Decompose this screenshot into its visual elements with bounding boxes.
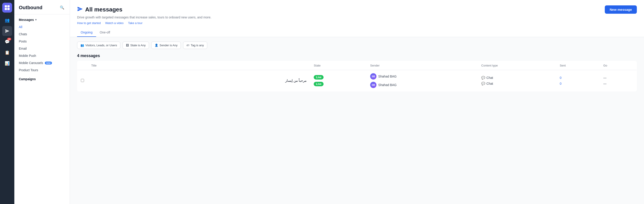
go-multi-row: — — <box>603 76 633 85</box>
articles-icon[interactable]: 📋 <box>2 48 12 57</box>
nav-messages-section[interactable]: Messages ▾ <box>14 14 70 23</box>
row-checkbox[interactable] <box>81 79 84 82</box>
filter-state-button[interactable]: 🖼 State is Any <box>122 42 149 49</box>
table-header: Title State Sender Content type Sent Go <box>77 61 637 70</box>
state-badge-b: Live <box>314 82 324 86</box>
content-type-a: Chat <box>486 76 493 79</box>
page-title: All messages <box>77 6 122 13</box>
filters-section: 👥 Visitors, Leads, or Users 🖼 State is A… <box>70 37 644 53</box>
sent-row-a: 0 <box>560 76 596 79</box>
tabs-bar: Ongoing One-off <box>77 28 637 37</box>
col-checkbox <box>77 61 88 70</box>
chevron-down-icon: ▾ <box>35 18 36 21</box>
filter-tag-button[interactable]: 🏷 Tag is any <box>183 42 207 49</box>
state-row-b: Live <box>314 82 363 86</box>
sender-name-a: Shahad BAG <box>378 75 396 78</box>
sent-count-b: 0 <box>560 82 562 85</box>
sender-row-b: SB Shahad BAG <box>370 82 474 88</box>
message-title-arabic: مرحباً من إيسار <box>91 79 306 83</box>
chat-icon-a: 💬 <box>481 76 485 79</box>
avatar-b: SB <box>370 82 376 88</box>
messages-section-label: Messages <box>19 18 34 22</box>
filter-audience-button[interactable]: 👥 Visitors, Leads, or Users <box>77 42 120 49</box>
content-type-row-b: 💬 Chat <box>481 82 552 85</box>
state-icon: 🖼 <box>126 44 129 47</box>
content-type-row-a: 💬 Chat <box>481 76 552 79</box>
sidebar-icons-column: 👥 💬 15 📋 📊 <box>0 0 14 204</box>
go-row-b[interactable]: — <box>603 82 633 85</box>
svg-rect-1 <box>8 5 10 8</box>
send-icon <box>77 6 83 13</box>
new-badge: new <box>45 62 52 64</box>
col-title: Title <box>88 61 310 70</box>
tab-ongoing[interactable]: Ongoing <box>77 28 96 37</box>
tab-one-off[interactable]: One-off <box>96 28 114 37</box>
nav-title: Outbound <box>19 5 42 11</box>
main-header: All messages New message Drive growth wi… <box>70 0 644 37</box>
campaigns-section: Campaigns <box>14 74 70 83</box>
row-content-type-cell: 💬 Chat 💬 Chat <box>478 70 556 91</box>
table-row: مرحباً من إيسار Live Live <box>77 70 637 91</box>
row-sender-cell: SB Shahad BAG SB Shahad BAG <box>366 70 478 91</box>
audience-icon: 👥 <box>80 44 84 47</box>
take-a-tour-link[interactable]: Take a tour <box>128 21 142 25</box>
state-row-a: Live <box>314 75 363 79</box>
inbox-badge: 15 <box>7 38 11 40</box>
reports-icon[interactable]: 📊 <box>2 58 12 68</box>
svg-rect-3 <box>8 8 10 10</box>
sent-multi-row: 0 0 <box>560 76 596 85</box>
sidebar-item-mobile-carousels[interactable]: Mobile Carousels new <box>14 59 70 66</box>
filters-row: 👥 Visitors, Leads, or Users 🖼 State is A… <box>77 42 637 49</box>
new-message-button[interactable]: New message <box>605 6 637 14</box>
how-to-get-started-link[interactable]: How to get started <box>77 21 101 25</box>
col-content-type: Content type <box>478 61 556 70</box>
row-sent-cell: 0 0 <box>556 70 600 91</box>
header-top-row: All messages New message <box>77 6 637 14</box>
sidebar-item-all[interactable]: All <box>14 23 70 31</box>
row-title-cell: مرحباً من إيسار <box>88 70 310 91</box>
messages-count: 4 messages <box>70 53 644 61</box>
page-description: Drive growth with targeted messages that… <box>77 16 637 19</box>
sender-multi-row: SB Shahad BAG SB Shahad BAG <box>370 73 474 88</box>
sender-name-b: Shahad BAG <box>378 83 396 87</box>
row-go-cell: — — <box>600 70 636 91</box>
svg-rect-0 <box>5 5 7 8</box>
chat-icon-b: 💬 <box>481 82 485 85</box>
sent-count-a: 0 <box>560 76 562 79</box>
messages-table: Title State Sender Content type Sent Go … <box>77 61 637 91</box>
col-sender: Sender <box>366 61 478 70</box>
contacts-icon[interactable]: 👥 <box>2 15 12 25</box>
row-checkbox-cell <box>77 70 88 91</box>
table-wrapper: Title State Sender Content type Sent Go … <box>70 61 644 91</box>
nav-header: Outbound 🔍 <box>14 0 70 14</box>
main-content: All messages New message Drive growth wi… <box>70 0 644 204</box>
watch-video-link[interactable]: Watch a video <box>105 21 124 25</box>
sidebar-item-email[interactable]: Email <box>14 45 70 52</box>
go-row-a[interactable]: — <box>603 76 633 79</box>
state-multi-row: Live Live <box>314 75 363 86</box>
outbound-icon[interactable] <box>2 26 12 36</box>
tag-icon: 🏷 <box>186 44 189 47</box>
content-type-multi-row: 💬 Chat 💬 Chat <box>481 76 552 85</box>
avatar-a: SB <box>370 73 376 79</box>
search-icon[interactable]: 🔍 <box>59 5 65 11</box>
row-state-cell: Live Live <box>310 70 366 91</box>
page-links: How to get started Watch a video Take a … <box>77 21 637 25</box>
filter-sender-button[interactable]: 👤 Sender is Any <box>151 42 181 49</box>
sidebar-item-product-tours[interactable]: Product Tours <box>14 66 70 74</box>
inbox-icon[interactable]: 💬 15 <box>2 37 12 47</box>
sidebar-item-posts[interactable]: Posts <box>14 38 70 45</box>
table-body: مرحباً من إيسار Live Live <box>77 70 637 91</box>
col-sent: Sent <box>556 61 600 70</box>
app-logo[interactable] <box>2 3 12 13</box>
sender-icon: 👤 <box>154 44 158 47</box>
svg-rect-2 <box>5 8 7 10</box>
state-badge-a: Live <box>314 75 324 79</box>
sent-row-b: 0 <box>560 82 596 85</box>
sidebar-item-chats[interactable]: Chats <box>14 31 70 38</box>
col-go: Go <box>600 61 636 70</box>
col-state: State <box>310 61 366 70</box>
content-type-b: Chat <box>486 82 493 85</box>
sender-row-a: SB Shahad BAG <box>370 73 474 79</box>
sidebar-item-mobile-push[interactable]: Mobile Push <box>14 52 70 59</box>
